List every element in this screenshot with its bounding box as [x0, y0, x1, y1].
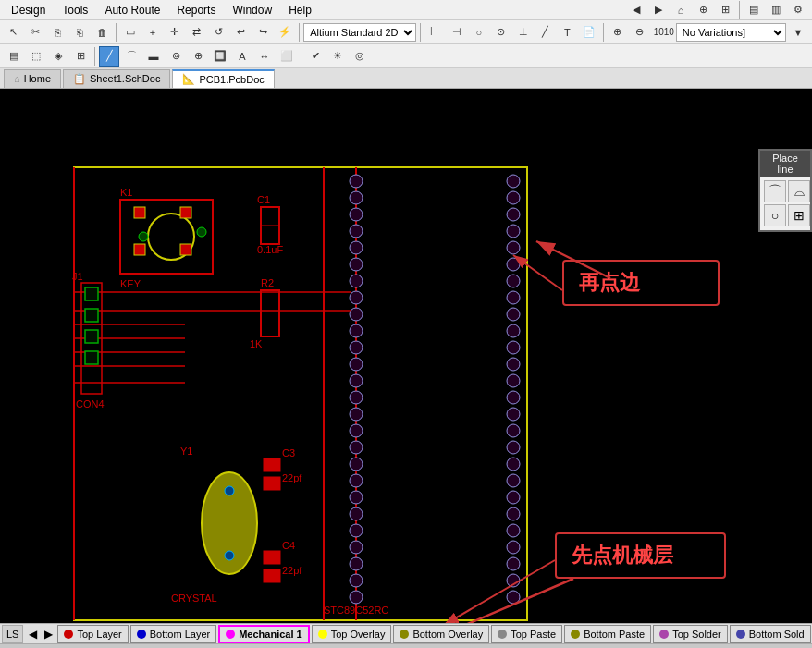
svg-point-45 — [507, 291, 520, 304]
layer-top[interactable]: Top Layer — [57, 625, 128, 643]
svg-text:K1: K1 — [120, 187, 132, 198]
svg-point-28 — [350, 441, 363, 454]
bottom-solder-label: Bottom Sold — [749, 629, 805, 640]
compile-icon[interactable]: ⚡ — [275, 22, 295, 43]
undo-icon[interactable]: ↩ — [231, 22, 252, 43]
text-icon[interactable]: T — [557, 22, 577, 43]
place-line-tb-icon[interactable]: ╱ — [99, 46, 119, 67]
run-drc-icon[interactable]: ✔ — [305, 46, 326, 67]
place-fill-icon[interactable]: ▬ — [143, 46, 164, 67]
menu-help[interactable]: Help — [281, 2, 319, 18]
bottom-overlay-dot — [400, 630, 409, 639]
rule-icon[interactable]: ⊞ — [70, 46, 91, 67]
plus-icon[interactable]: + — [142, 22, 163, 43]
svg-point-33 — [350, 524, 363, 537]
paste-icon[interactable]: ⎗ — [70, 22, 91, 43]
place-pad-icon[interactable]: ⊕ — [188, 46, 208, 67]
tab-pcb[interactable]: 📐 PCB1.PcbDoc — [172, 69, 274, 88]
line-icon[interactable]: ╱ — [535, 22, 555, 43]
place-arc-icon[interactable]: ⌒ — [121, 46, 141, 67]
measure-icon[interactable]: 1010 — [654, 22, 674, 43]
svg-point-31 — [350, 491, 363, 504]
place-via-icon[interactable]: ⊚ — [166, 46, 186, 67]
bottom-solder-dot — [736, 630, 745, 639]
top-layer-label: Top Layer — [77, 629, 121, 640]
svg-point-71 — [197, 227, 206, 237]
nav-home-icon[interactable]: ⌂ — [671, 0, 691, 20]
layer-top-overlay[interactable]: Top Overlay — [312, 625, 392, 643]
variant-more-icon[interactable]: ▼ — [788, 22, 808, 43]
menu-tools[interactable]: Tools — [55, 2, 95, 18]
arc-ccw-btn[interactable]: ⌓ — [788, 180, 810, 202]
grid-btn[interactable]: ⊞ — [788, 204, 810, 226]
svg-point-57 — [507, 491, 520, 504]
delete-icon[interactable]: 🗑 — [92, 22, 112, 43]
layer-top-paste[interactable]: Top Paste — [491, 625, 562, 643]
nav-zoom-icon[interactable]: ⊕ — [693, 0, 713, 20]
svg-point-55 — [507, 458, 520, 471]
layer-bottom-overlay[interactable]: Bottom Overlay — [393, 625, 489, 643]
variant-select[interactable]: No Variations] — [676, 23, 786, 42]
svg-text:CON4: CON4 — [76, 398, 105, 410]
layer-icon[interactable]: ⬚ — [26, 46, 46, 67]
layer-bottom-solder[interactable]: Bottom Sold — [730, 625, 811, 643]
zoom-in-icon[interactable]: ⊕ — [608, 22, 628, 43]
nav-fit-icon[interactable]: ⊞ — [715, 0, 735, 20]
canvas-area[interactable]: K1 KEY C1 0.1uF R2 1K J1 CON4 C3 22pf C4… — [0, 89, 812, 623]
cut-icon[interactable]: ✂ — [26, 22, 46, 43]
power-icon[interactable]: ⊙ — [491, 22, 511, 43]
mask-icon[interactable]: ◎ — [350, 46, 370, 67]
svg-point-89 — [225, 486, 234, 495]
copy-icon[interactable]: ⎘ — [48, 22, 68, 43]
svg-point-36 — [350, 574, 363, 587]
layer-mechanical[interactable]: Mechanical 1 — [218, 625, 309, 643]
place-text-icon[interactable]: A — [232, 46, 252, 67]
gnd-icon[interactable]: ⊥ — [513, 22, 534, 43]
menu-autoroute[interactable]: Auto Route — [97, 2, 167, 18]
menu-window[interactable]: Window — [225, 2, 279, 18]
net-icon[interactable]: ○ — [469, 22, 489, 43]
rect-icon[interactable]: ▭ — [120, 22, 141, 43]
nav-forward-icon[interactable]: ▶ — [648, 0, 669, 20]
layer-bottom[interactable]: Bottom Layer — [130, 625, 216, 643]
nav-left-btn[interactable]: ◀ — [25, 628, 41, 641]
layer-bottom-paste[interactable]: Bottom Paste — [564, 625, 651, 643]
panel-left-icon[interactable]: ▤ — [744, 0, 764, 20]
redo-icon[interactable]: ↪ — [252, 22, 273, 43]
zoom-out-icon[interactable]: ⊖ — [630, 22, 650, 43]
menu-reports[interactable]: Reports — [169, 2, 223, 18]
pcb-icon[interactable]: ▤ — [4, 46, 24, 67]
move-icon[interactable]: ✛ — [165, 22, 185, 43]
arc-cw-btn[interactable]: ⌒ — [764, 180, 786, 202]
3d-icon[interactable]: ◈ — [48, 46, 68, 67]
highlight-icon[interactable]: ☀ — [327, 46, 348, 67]
nav-back-icon[interactable]: ◀ — [626, 0, 646, 20]
place-room-icon[interactable]: ⬜ — [277, 46, 297, 67]
svg-point-27 — [350, 424, 363, 437]
menu-design[interactable]: Design — [4, 2, 53, 18]
svg-point-38 — [507, 175, 520, 188]
annotation-reclick-edge: 再点边 — [562, 260, 720, 306]
settings-icon[interactable]: ⚙ — [788, 0, 808, 20]
svg-point-41 — [507, 225, 520, 238]
bus-icon[interactable]: ⊣ — [447, 22, 467, 43]
route-icon[interactable]: ⊢ — [424, 22, 445, 43]
svg-point-17 — [350, 258, 363, 271]
tab-schematic[interactable]: 📋 Sheet1.SchDoc — [63, 69, 170, 88]
svg-point-50 — [507, 374, 520, 387]
sheet-icon[interactable]: 📄 — [579, 22, 599, 43]
svg-rect-82 — [85, 287, 98, 300]
circle-btn[interactable]: ○ — [764, 204, 786, 226]
flip-icon[interactable]: ⇄ — [187, 22, 207, 43]
rotate-icon[interactable]: ↺ — [209, 22, 229, 43]
sep5 — [603, 23, 604, 42]
tab-home[interactable]: ⌂ Home — [4, 69, 61, 88]
layer-top-solder[interactable]: Top Solder — [653, 625, 728, 643]
place-comp-icon[interactable]: 🔲 — [210, 46, 230, 67]
nav-right-btn[interactable]: ▶ — [41, 628, 56, 641]
view-select[interactable]: Altium Standard 2D — [303, 23, 416, 42]
place-dim-icon[interactable]: ↔ — [254, 46, 275, 67]
panel-right-icon[interactable]: ▥ — [766, 0, 786, 20]
select-icon[interactable]: ↖ — [4, 22, 24, 43]
ls-button[interactable]: LS — [2, 625, 23, 643]
